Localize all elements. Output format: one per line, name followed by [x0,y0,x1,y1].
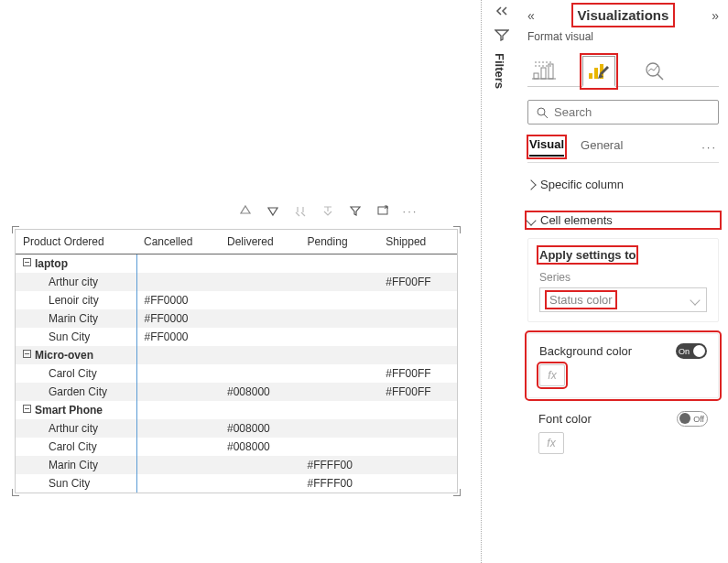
value-cell [300,328,379,346]
panel-subtitle: Format visual [527,30,719,43]
chevron-down-icon [526,215,536,225]
background-color-card: Background color On fx [527,333,719,398]
category-row[interactable]: laptop [16,254,136,274]
city-cell: Lenoir city [16,291,136,309]
search-input[interactable] [554,105,711,119]
value-cell [378,291,457,309]
value-cell: #FF0000 [136,291,220,309]
expand-all-icon[interactable] [321,203,335,218]
chevron-down-icon [690,295,700,305]
matrix-table: Product OrderedCancelledDeliveredPending… [16,230,457,493]
value-cell [300,383,379,401]
value-cell: #FFFF00 [300,456,379,474]
value-cell [378,309,457,328]
collapse-left-icon[interactable]: « [527,8,535,23]
section-specific-column[interactable]: Specific column [527,178,719,191]
city-cell: Carol City [16,364,136,383]
value-cell: #FF00FF [378,273,457,291]
chevron-right-icon [526,179,536,189]
value-cell [300,309,379,328]
series-label: Series [539,271,707,284]
value-cell: #FFFF00 [300,474,379,493]
svg-rect-2 [541,68,546,79]
collapse-filters-icon[interactable] [493,5,511,19]
filter-icon[interactable] [348,203,363,218]
value-cell: #FF00FF [378,364,457,383]
city-cell: Arthur city [16,419,136,438]
search-box[interactable] [527,100,719,125]
value-cell [136,383,220,401]
category-row[interactable]: Smart Phone [16,401,136,419]
visualizations-panel: « Visualizations » Format visual Visual … [522,0,728,563]
svg-rect-7 [589,73,592,79]
collapse-icon[interactable] [23,350,31,358]
column-header[interactable]: Cancelled [136,230,220,254]
drill-down-icon[interactable] [266,203,280,218]
filters-icon[interactable] [493,28,511,44]
value-cell [136,474,220,493]
tab-general[interactable]: General [581,138,623,156]
fontcolor-label: Font color [538,412,592,426]
category-row[interactable]: Micro-oven [16,346,136,364]
value-cell: #FF00FF [378,383,457,401]
matrix-visual[interactable]: Product OrderedCancelledDeliveredPending… [15,229,458,493]
value-cell: #008000 [220,383,300,401]
value-cell [136,456,220,474]
more-options-icon[interactable]: ··· [403,203,418,218]
value-cell: #FF0000 [136,328,220,346]
fontcolor-toggle[interactable]: Off [677,411,708,427]
value-cell: #008000 [220,438,300,456]
value-cell: #FF0000 [136,309,220,328]
value-cell [220,291,300,309]
value-cell [300,273,379,291]
tab-visual[interactable]: Visual [529,137,564,157]
city-cell: Marin City [16,456,136,474]
svg-point-12 [538,108,545,115]
value-cell [220,456,300,474]
value-cell [378,438,457,456]
city-cell: Arthur city [16,273,136,291]
value-cell [220,273,300,291]
build-visual-tab[interactable] [527,56,560,87]
value-cell [220,364,300,383]
value-cell [220,474,300,493]
focus-mode-icon[interactable] [375,203,390,218]
collapse-icon[interactable] [23,405,31,413]
drill-up-icon[interactable] [238,203,253,218]
format-visual-tab[interactable] [582,56,615,87]
value-cell [136,419,220,438]
city-cell: Sun City [16,328,136,346]
expand-next-icon[interactable] [293,203,308,218]
city-cell: Sun City [16,474,136,493]
column-header[interactable]: Delivered [220,230,300,254]
collapse-right-icon[interactable]: » [712,8,719,23]
svg-line-11 [657,74,663,80]
column-header[interactable]: Pending [300,230,379,254]
collapse-icon[interactable] [23,258,31,266]
value-cell [300,364,379,383]
value-cell [378,328,457,346]
svg-rect-1 [534,73,538,79]
value-cell [378,456,457,474]
bgcolor-fx-button[interactable]: fx [539,364,565,386]
column-header[interactable]: Product Ordered [16,230,136,254]
value-cell [378,419,457,438]
bgcolor-label: Background color [539,344,632,358]
value-cell [220,328,300,346]
tabs-more-icon[interactable]: ··· [701,140,717,154]
bgcolor-toggle[interactable]: On [676,343,707,359]
fontcolor-fx-button[interactable]: fx [538,432,564,454]
search-icon [536,106,549,119]
analytics-tab[interactable] [637,56,670,87]
city-cell: Carol City [16,438,136,456]
value-cell [300,438,379,456]
filters-label[interactable]: Filters [493,53,506,89]
series-select[interactable]: Status color [539,287,707,312]
value-cell [378,474,457,493]
section-cell-elements[interactable]: Cell elements [527,213,719,227]
city-cell: Garden City [16,383,136,401]
city-cell: Marin City [16,309,136,328]
column-header[interactable]: Shipped [378,230,457,254]
value-cell [300,419,379,438]
panel-title: Visualizations [574,5,673,25]
